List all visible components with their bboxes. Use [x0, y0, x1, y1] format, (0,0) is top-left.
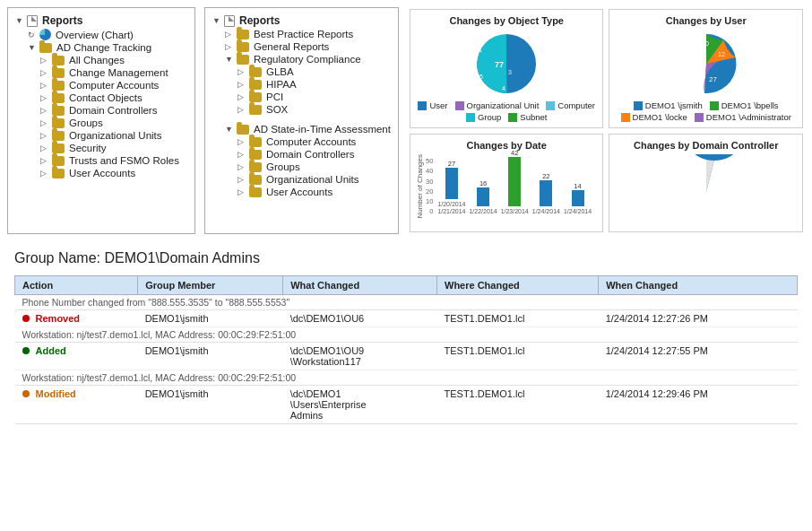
legend-label: DEMO1 \Administrator	[706, 112, 791, 122]
chart-content: 51 27 12 10 DEMO1 \jsmith DEMO1 \bpells	[615, 30, 797, 122]
sidebar-item-trusts-fsmo[interactable]: ▷ Trusts and FSMO Roles	[15, 154, 187, 167]
panel1-root-label: Reports	[42, 14, 82, 27]
data-table: Action Group Member What Changed Where C…	[14, 275, 798, 424]
where-changed-cell: TEST1.DEMO1.lcl	[437, 386, 599, 424]
tree-panel-1: ▼ Reports ↻ Overview (Chart) ▼ AD Change…	[7, 7, 195, 234]
sidebar-item-user-accounts[interactable]: ▷ User Accounts	[15, 167, 187, 179]
sidebar-item-label: Domain Controllers	[266, 149, 354, 160]
sidebar-item-org-units[interactable]: ▷ Organizational Units	[15, 129, 187, 142]
folder-icon	[52, 156, 65, 166]
sidebar-item-all-changes[interactable]: ▷ All Changes	[15, 54, 187, 66]
sidebar-item-computer-accounts[interactable]: ▷ Computer Accounts	[15, 79, 187, 91]
svg-text:10: 10	[702, 40, 709, 47]
legend-item: DEMO1 \Administrator	[695, 112, 791, 122]
table-header-row: Action Group Member What Changed Where C…	[15, 276, 798, 295]
sidebar-item-security[interactable]: ▷ Security	[15, 142, 187, 154]
svg-text:11: 11	[475, 47, 482, 53]
sidebar-item-label: Groups	[69, 118, 103, 128]
y-ticks: 50 40 30 20 10 0	[426, 157, 435, 215]
expand-arrow: ▷	[225, 42, 234, 51]
expand-arrow: ▷	[225, 30, 234, 39]
sidebar-item-pci[interactable]: ▷ PCI	[212, 91, 391, 103]
sidebar-item-state-ou[interactable]: ▷ Organizational Units	[212, 173, 391, 186]
sidebar-item-glba[interactable]: ▷ GLBA	[212, 65, 391, 78]
sidebar-item-label: Best Practice Reports	[254, 29, 353, 39]
bar-value: 16	[479, 179, 487, 187]
folder-icon	[52, 169, 65, 178]
sidebar-item-label: User Accounts	[266, 187, 333, 197]
sidebar-item-state-dc[interactable]: ▷ Domain Controllers	[212, 148, 391, 161]
legend-label: Subnet	[520, 112, 547, 122]
bar-value: 22	[542, 172, 549, 180]
pie-chart-svg: 51 27 12 10	[657, 30, 756, 97]
sidebar-item-state-computer[interactable]: ▷ Computer Accounts	[212, 135, 391, 148]
sidebar-item-sox[interactable]: ▷ SOX	[212, 103, 391, 116]
note-text: Phone Number changed from "888.555.3535"…	[15, 295, 798, 310]
chart-content: 77 11 5 4 3 User Organizational Unit	[416, 30, 598, 122]
col-member: Group Member	[138, 276, 283, 295]
legend-label: Organizational Unit	[467, 100, 540, 110]
bar-rect	[508, 157, 521, 206]
action-label-removed: Removed	[36, 313, 81, 324]
sidebar-item-label: AD Change Tracking	[56, 42, 151, 53]
panel2-root-label: Reports	[239, 14, 280, 27]
sidebar-item-state-users[interactable]: ▷ User Accounts	[212, 186, 391, 198]
chart-legend: User Organizational Unit Computer Group	[416, 100, 598, 122]
chart-by-date: Changes by Date Number of Changes 50 40 …	[410, 134, 604, 232]
sidebar-item-label: User Accounts	[69, 168, 135, 178]
bar-date-label: 1/20/20141/21/2014	[437, 201, 465, 216]
expand-arrow: ▷	[40, 106, 49, 115]
bar-item: 14 1/24/2014	[564, 182, 592, 215]
sidebar-item-general-reports[interactable]: ▷ General Reports	[212, 40, 391, 53]
sidebar-item-change-management[interactable]: ▷ Change Management	[15, 66, 187, 79]
folder-icon	[249, 187, 262, 197]
sidebar-item-label: HIPAA	[266, 79, 297, 90]
expand-arrow: ▷	[40, 144, 49, 152]
expand-arrow: ▼	[212, 16, 221, 25]
sidebar-item-domain-controllers[interactable]: ▷ Domain Controllers	[15, 104, 187, 117]
tree-root-2[interactable]: ▼ Reports	[212, 13, 391, 28]
sidebar-item-best-practice[interactable]: ▷ Best Practice Reports	[212, 28, 391, 40]
folder-icon	[249, 162, 262, 172]
sidebar-item-groups[interactable]: ▷ Groups	[15, 117, 187, 129]
col-what: What Changed	[283, 276, 437, 295]
expand-arrow: ▷	[40, 169, 49, 178]
when-changed-cell: 1/24/2014 12:27:55 PM	[599, 343, 798, 370]
expand-arrow: ▷	[238, 150, 246, 159]
sidebar-item-label: SOX	[266, 104, 288, 115]
bar-chart-container: Number of Changes 50 40 30 20 10 0	[416, 154, 598, 219]
sidebar-item-label: Change Management	[69, 67, 168, 78]
sidebar-item-overview[interactable]: ↻ Overview (Chart)	[15, 28, 187, 41]
expand-arrow: ▷	[238, 175, 246, 184]
folder-icon	[237, 55, 249, 65]
folder-icon	[52, 118, 65, 128]
bar-item: 16 1/22/2014	[469, 179, 497, 215]
svg-text:5: 5	[479, 74, 483, 80]
tree-root-1[interactable]: ▼ Reports	[15, 13, 187, 28]
legend-item: Group	[466, 112, 501, 122]
expand-arrow: ▷	[40, 68, 49, 77]
chart-by-dc: Changes by Domain Controller 121	[609, 134, 803, 232]
expand-arrow: ▼	[15, 16, 24, 25]
tree-panel-2: ▼ Reports ▷ Best Practice Reports ▷ Gene…	[204, 7, 399, 234]
sidebar-item-label: PCI	[266, 91, 283, 102]
group-name-title: Group Name: DEMO1\Domain Admins	[14, 250, 798, 266]
bar-date-label: 1/24/2014	[532, 208, 560, 215]
sidebar-item-ad-state[interactable]: ▼ AD State-in-Time Assessment	[212, 123, 391, 135]
y-axis-label: Number of Changes	[416, 154, 424, 219]
sidebar-item-regulatory[interactable]: ▼ Regulatory Compliance	[212, 53, 391, 65]
sidebar-item-label: General Reports	[254, 41, 329, 52]
sidebar-item-contact-objects[interactable]: ▷ Contact Objects	[15, 91, 187, 104]
action-cell: Added	[15, 343, 138, 370]
bar-date-label: 1/24/2014	[564, 208, 592, 215]
charts-area: Changes by Object Type	[408, 7, 805, 234]
sidebar-item-ad-change-tracking[interactable]: ▼ AD Change Tracking	[15, 41, 187, 54]
note-text: Workstation: nj/test7.demo1.lcl, MAC Add…	[15, 370, 798, 386]
legend-item: User	[418, 100, 447, 110]
pie-chart-svg: 121	[657, 154, 756, 226]
sidebar-item-hipaa[interactable]: ▷ HIPAA	[212, 78, 391, 91]
sidebar-item-label: Regulatory Compliance	[254, 54, 361, 65]
sidebar-item-state-groups[interactable]: ▷ Groups	[212, 161, 391, 173]
table-row: Added DEMO1\jsmith \dc\DEMO1\OU9\Worksta…	[15, 343, 798, 370]
chart-content: 121	[615, 154, 797, 226]
